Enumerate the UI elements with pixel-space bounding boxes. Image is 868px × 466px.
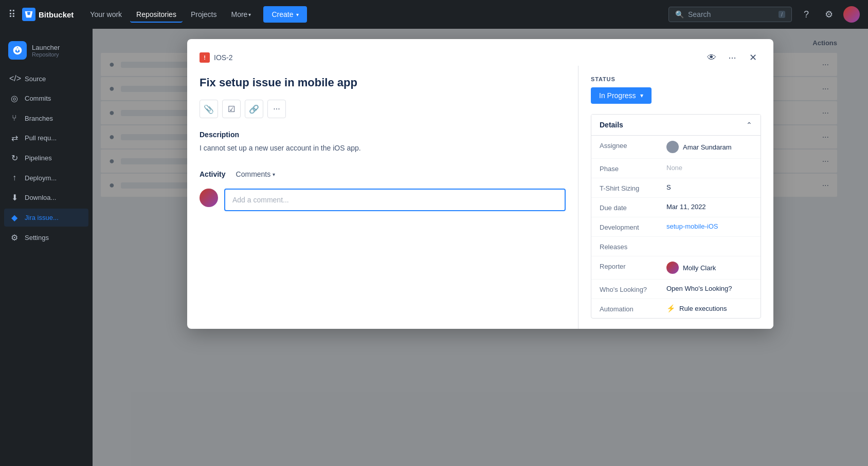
assignee-label: Assignee bbox=[600, 141, 666, 150]
whos-looking-value: Open Who's Looking? bbox=[666, 285, 752, 292]
project-name: Launcher bbox=[32, 44, 60, 51]
bitbucket-logo-text: Bitbucket bbox=[39, 10, 74, 19]
details-header: Details ⌃ bbox=[591, 115, 761, 136]
description-label: Description bbox=[200, 131, 566, 139]
status-button[interactable]: In Progress ▾ bbox=[591, 87, 652, 104]
status-chevron-icon: ▾ bbox=[640, 92, 643, 99]
modal-overlay: ! IOS-2 👁 ··· ✕ Fix setup issue in mobil… bbox=[93, 29, 868, 466]
duedate-label: Due date bbox=[600, 203, 666, 212]
commenter-avatar bbox=[200, 189, 218, 207]
description-section: Description I cannot set up a new user a… bbox=[200, 131, 566, 154]
sidebar-item-deployments[interactable]: ↑ Deploym... bbox=[4, 169, 88, 187]
sidebar-header: Launcher Repository bbox=[4, 37, 88, 64]
nav-your-work[interactable]: Your work bbox=[84, 6, 128, 23]
detail-row-assignee: Assignee Amar Sundaram bbox=[591, 136, 761, 159]
detail-row-releases: Releases bbox=[591, 237, 761, 256]
detail-row-development: Development setup-mobile-iOS bbox=[591, 217, 761, 237]
phase-value: None bbox=[666, 164, 752, 172]
sidebar-item-settings[interactable]: ⚙ Settings bbox=[4, 229, 88, 247]
assignee-avatar bbox=[666, 141, 679, 153]
bitbucket-logo-icon bbox=[22, 8, 35, 21]
toolbar-more-button[interactable]: ··· bbox=[267, 100, 286, 118]
project-type: Repository bbox=[32, 51, 60, 58]
development-value[interactable]: setup-mobile-iOS bbox=[666, 222, 752, 230]
branches-icon: ⑂ bbox=[9, 114, 20, 123]
user-avatar[interactable] bbox=[843, 6, 860, 23]
search-icon: 🔍 bbox=[675, 10, 684, 18]
top-navigation: ⠿ Bitbucket Your work Repositories Proje… bbox=[0, 0, 868, 29]
modal-title: Fix setup issue in mobile app bbox=[200, 76, 566, 89]
source-icon: </> bbox=[9, 74, 20, 83]
sidebar-item-pull-requests[interactable]: ⇄ Pull requ... bbox=[4, 129, 88, 147]
main-layout: Launcher Repository </> Source ◎ Commits… bbox=[0, 29, 868, 466]
more-chevron-icon: ▾ bbox=[248, 12, 251, 17]
nav-links: Your work Repositories Projects More ▾ C… bbox=[84, 6, 664, 23]
sidebar-item-downloads[interactable]: ⬇ Downloa... bbox=[4, 189, 88, 207]
checklist-button[interactable]: ☑ bbox=[222, 100, 241, 118]
commits-icon: ◎ bbox=[9, 94, 20, 103]
deployments-icon: ↑ bbox=[9, 173, 20, 182]
issue-id-row: ! IOS-2 bbox=[200, 52, 233, 63]
details-section: Details ⌃ Assignee Amar Sundaram bbox=[591, 114, 761, 319]
filter-chevron-icon: ▾ bbox=[273, 172, 275, 177]
reporter-avatar bbox=[666, 262, 679, 274]
watch-button[interactable]: 👁 bbox=[703, 49, 720, 66]
modal-header: ! IOS-2 👁 ··· ✕ bbox=[187, 39, 773, 66]
nav-repositories[interactable]: Repositories bbox=[130, 6, 183, 23]
tshirt-label: T-Shirt Sizing bbox=[600, 183, 666, 192]
reporter-label: Reporter bbox=[600, 262, 666, 270]
status-value: In Progress bbox=[599, 91, 636, 100]
bitbucket-logo[interactable]: Bitbucket bbox=[22, 8, 74, 21]
reporter-value: Molly Clark bbox=[666, 262, 752, 274]
sidebar-item-jira-issues[interactable]: ◆ Jira issue... bbox=[4, 209, 88, 227]
assignee-value: Amar Sundaram bbox=[666, 141, 752, 153]
lightning-icon: ⚡ bbox=[666, 304, 675, 312]
pipelines-icon: ↻ bbox=[9, 153, 20, 163]
pull-requests-icon: ⇄ bbox=[9, 133, 20, 143]
create-button[interactable]: Create ▾ bbox=[263, 6, 307, 23]
detail-row-phase: Phase None bbox=[591, 159, 761, 178]
details-title: Details bbox=[600, 121, 623, 129]
create-chevron-icon: ▾ bbox=[296, 12, 299, 17]
help-button[interactable]: ? bbox=[798, 6, 815, 23]
detail-row-duedate: Due date Mar 11, 2022 bbox=[591, 198, 761, 217]
link-button[interactable]: 🔗 bbox=[245, 100, 263, 118]
whos-looking-label: Who's Looking? bbox=[600, 285, 666, 293]
settings-icon: ⚙ bbox=[9, 233, 20, 243]
comment-input[interactable] bbox=[224, 189, 566, 211]
search-bar[interactable]: 🔍 Search / bbox=[668, 7, 792, 22]
jira-issues-icon: ◆ bbox=[9, 213, 20, 222]
issue-id: IOS-2 bbox=[214, 53, 233, 62]
releases-label: Releases bbox=[600, 242, 666, 251]
sidebar-item-pipelines[interactable]: ↻ Pipelines bbox=[4, 149, 88, 167]
modal-header-actions: 👁 ··· ✕ bbox=[703, 49, 761, 66]
close-button[interactable]: ✕ bbox=[745, 49, 761, 66]
activity-filter-button[interactable]: Comments ▾ bbox=[232, 168, 280, 180]
nav-more[interactable]: More ▾ bbox=[225, 6, 258, 23]
details-collapse-button[interactable]: ⌃ bbox=[746, 121, 752, 129]
sidebar-item-commits[interactable]: ◎ Commits bbox=[4, 89, 88, 107]
grid-icon[interactable]: ⠿ bbox=[8, 8, 16, 21]
search-shortcut: / bbox=[779, 11, 785, 18]
nav-right: 🔍 Search / ? ⚙ bbox=[668, 6, 860, 23]
activity-label: Activity bbox=[200, 170, 226, 178]
sidebar: Launcher Repository </> Source ◎ Commits… bbox=[0, 29, 93, 466]
comment-area bbox=[200, 189, 566, 211]
nav-projects[interactable]: Projects bbox=[185, 6, 223, 23]
more-options-button[interactable]: ··· bbox=[724, 49, 740, 66]
attach-button[interactable]: 📎 bbox=[200, 100, 218, 118]
sidebar-item-branches[interactable]: ⑂ Branches bbox=[4, 109, 88, 127]
settings-button[interactable]: ⚙ bbox=[821, 6, 837, 23]
project-logo bbox=[8, 41, 27, 60]
sidebar-item-source[interactable]: </> Source bbox=[4, 70, 88, 87]
project-info: Launcher Repository bbox=[32, 44, 60, 58]
modal-left-panel: Fix setup issue in mobile app 📎 ☑ 🔗 ··· … bbox=[187, 66, 578, 329]
automation-value: ⚡ Rule executions bbox=[666, 304, 752, 312]
issue-type-icon: ! bbox=[200, 52, 210, 63]
detail-row-reporter: Reporter Molly Clark bbox=[591, 256, 761, 279]
status-label: STATUS bbox=[591, 76, 761, 82]
development-label: Development bbox=[600, 222, 666, 231]
phase-label: Phase bbox=[600, 164, 666, 173]
modal-toolbar: 📎 ☑ 🔗 ··· bbox=[200, 100, 566, 118]
activity-header: Activity Comments ▾ bbox=[200, 168, 566, 180]
